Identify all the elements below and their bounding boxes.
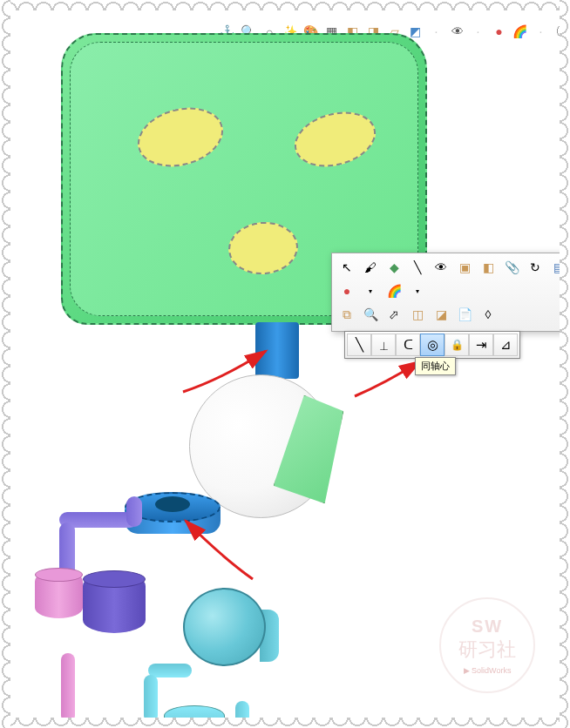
eye-menu-icon[interactable]: 👁: [430, 257, 452, 278]
cad-viewport[interactable]: ⚓ 🔍 ⌕ ✨ 🎨 ▦ ◧ ◨ ▱ ◩ · 👁 · ● 🌈 · 🖵: [9, 9, 561, 719]
lock-mate[interactable]: 🔒: [444, 334, 469, 356]
separator-icon: ·: [532, 22, 550, 40]
line-icon[interactable]: ╲: [406, 257, 429, 278]
frame-border: [0, 0, 570, 10]
context-menu-row-2: ● ▾ 🌈 ▾: [336, 280, 570, 301]
watermark-logo: SW 研习社 ▶ SolidWorks: [439, 597, 535, 693]
context-menu: ↖ 🖌 ◆ ╲ 👁 ▣ ◧ 📎 ↻ ▤ ● ▾ 🌈 ▾ ⧉ 🔍 ⬀ ◫ ◪ 📄 …: [331, 253, 570, 332]
model-pipe-joint[interactable]: [126, 496, 142, 527]
cube3-icon[interactable]: ◪: [430, 304, 452, 325]
separator-icon: ·: [427, 22, 445, 40]
dropdown-icon[interactable]: ▾: [406, 280, 429, 301]
model-pink-cylinder-top[interactable]: [35, 568, 83, 582]
zoom-select-icon[interactable]: 🔍: [359, 304, 382, 325]
eraser-icon[interactable]: ◊: [477, 304, 499, 325]
angle-mate[interactable]: ⊿: [493, 334, 518, 356]
eye-icon[interactable]: 👁: [448, 22, 466, 40]
model-cyan-disc[interactable]: [183, 588, 266, 666]
document-icon[interactable]: 📄: [453, 304, 476, 325]
context-menu-row-1: ↖ 🖌 ◆ ╲ 👁 ▣ ◧ 📎 ↻ ▤: [336, 257, 570, 278]
context-menu-row-3: ⧉ 🔍 ⬀ ◫ ◪ 📄 ◊: [336, 304, 570, 325]
model-cyan-pipe-v[interactable]: [144, 675, 158, 723]
perpendicular-mate[interactable]: ⟂: [371, 334, 396, 356]
mates-toolbar: ╲ ⟂ ᑕ ◎ 🔒 ⇥ ⊿: [344, 331, 520, 359]
model-neck-cylinder[interactable]: [255, 322, 299, 379]
select-icon[interactable]: ↖: [336, 257, 358, 278]
model-pink-pipe[interactable]: [61, 653, 75, 723]
coincident-mate[interactable]: ╲: [347, 334, 371, 356]
frame-border: [0, 0, 10, 728]
frame-border: [560, 0, 570, 728]
diamond-green-icon[interactable]: ◆: [383, 257, 405, 278]
concentric-mate[interactable]: ◎: [420, 334, 444, 356]
brush-icon[interactable]: 🖌: [359, 257, 382, 278]
dropdown-icon[interactable]: ▾: [359, 280, 382, 301]
cursor-icon[interactable]: ⬀: [383, 304, 405, 325]
model-ring-hole[interactable]: [155, 496, 190, 512]
frame-border: [0, 718, 570, 728]
cube2-icon[interactable]: ◫: [406, 304, 429, 325]
sphere-multi-icon[interactable]: 🌈: [511, 22, 529, 40]
watermark-top: SW: [472, 617, 503, 637]
assembly-icon[interactable]: ⧉: [336, 304, 358, 325]
mate-tooltip: 同轴心: [415, 357, 456, 375]
boxes-icon[interactable]: ▣: [453, 257, 476, 278]
watermark-mid: 研习社: [458, 637, 516, 663]
separator-icon: ·: [469, 22, 487, 40]
model-indigo-cylinder-top[interactable]: [83, 570, 146, 588]
sphere-red-menu-icon[interactable]: ●: [336, 280, 358, 301]
box-yellow-icon[interactable]: ◧: [477, 257, 499, 278]
sphere-red-icon[interactable]: ●: [490, 22, 508, 40]
watermark-bot: ▶ SolidWorks: [464, 666, 512, 675]
rotate-cw-icon[interactable]: ↻: [524, 257, 546, 278]
distance-mate[interactable]: ⇥: [469, 334, 493, 356]
paperclip-icon[interactable]: 📎: [500, 257, 523, 278]
sphere-multi-menu-icon[interactable]: 🌈: [383, 280, 405, 301]
tangent-mate[interactable]: ᑕ: [396, 334, 420, 356]
